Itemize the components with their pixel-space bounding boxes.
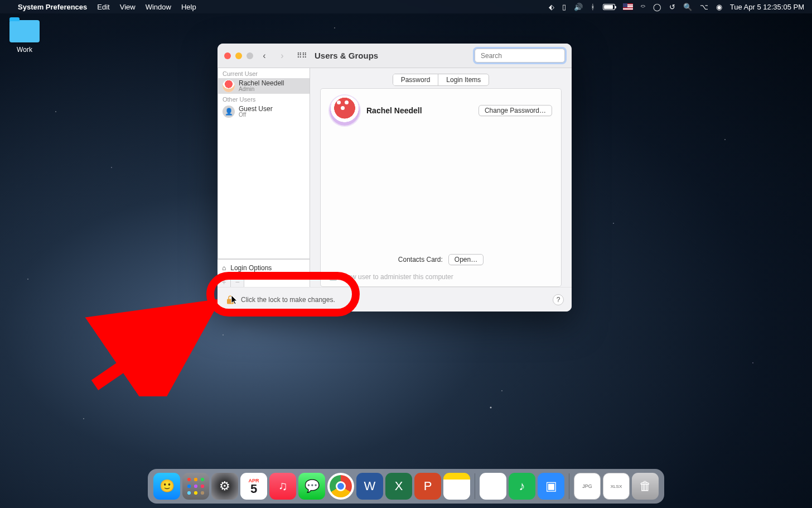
dock-trash[interactable]: 🗑 <box>632 473 659 500</box>
menubar-datetime[interactable]: Tue Apr 5 12:35:05 PM <box>730 3 804 11</box>
user-avatar[interactable] <box>330 95 360 126</box>
menu-edit[interactable]: Edit <box>97 3 109 11</box>
folder-icon <box>9 20 40 42</box>
dock-excel[interactable]: X <box>385 473 412 500</box>
user-icon[interactable]: ◯ <box>653 3 661 11</box>
users-sidebar: Current User Rachel Needell Admin Other … <box>218 68 310 287</box>
other-users-header: Other Users <box>218 94 310 104</box>
window-title: Users & Groups <box>315 51 378 60</box>
control-center-icon[interactable]: ⌥ <box>700 3 708 11</box>
add-user-button: + <box>218 276 231 287</box>
tab-password[interactable]: Password <box>393 74 439 85</box>
current-user-header: Current User <box>218 68 310 78</box>
dock-launchpad[interactable] <box>182 473 209 500</box>
user-role: Admin <box>239 87 284 92</box>
window-titlebar: ‹ › ⠿⠿ Users & Groups <box>218 44 572 68</box>
allow-admin-checkbox <box>330 274 337 281</box>
cal-day: 5 <box>250 483 257 495</box>
guest-user-item[interactable]: 👤 Guest User Off <box>218 104 310 119</box>
minimize-button[interactable] <box>235 52 242 59</box>
input-source-icon[interactable] <box>623 3 633 10</box>
profile-name: Rachel Needell <box>366 106 422 115</box>
menu-view[interactable]: View <box>120 3 136 11</box>
login-options-label: Login Options <box>230 264 272 272</box>
search-field[interactable] <box>475 49 565 63</box>
dock-slack[interactable]: ❉ <box>480 473 506 500</box>
menu-bar: System Preferences Edit View Window Help… <box>0 0 812 13</box>
battery-icon[interactable] <box>603 4 615 10</box>
show-all-button[interactable]: ⠿⠿ <box>297 51 307 60</box>
lock-text: Click the lock to make changes. <box>241 296 335 304</box>
tab-login-items[interactable]: Login Items <box>438 74 489 85</box>
dock: 🙂 ⚙ APR5 ♫ 💬 W X P ❉ ♪ ▣ JPG XLSX 🗑 <box>148 469 664 504</box>
dock-powerpoint[interactable]: P <box>414 473 441 500</box>
allow-admin-label: Allow user to administer this computer <box>340 273 453 281</box>
user-role: Off <box>239 112 273 118</box>
dock-messages[interactable]: 💬 <box>298 473 325 500</box>
bluetooth-icon[interactable]: ᚼ <box>591 3 595 11</box>
dock-word[interactable]: W <box>356 473 383 500</box>
spotlight-icon[interactable]: 🔍 <box>683 3 692 11</box>
change-password-button[interactable]: Change Password… <box>478 105 552 116</box>
main-panel: Password Login Items Rachel Needell Chan… <box>310 68 572 287</box>
svg-line-0 <box>95 313 201 385</box>
home-icon: ⌂ <box>222 264 226 272</box>
annotation-arrow <box>72 296 218 396</box>
avatar-icon <box>223 80 235 92</box>
dock-notes[interactable] <box>443 473 470 500</box>
current-user-item[interactable]: Rachel Needell Admin <box>218 78 310 94</box>
lock-bar: Click the lock to make changes. ? <box>218 287 572 311</box>
menu-window[interactable]: Window <box>146 3 171 11</box>
open-contacts-button[interactable]: Open… <box>448 254 484 265</box>
users-groups-window: ‹ › ⠿⠿ Users & Groups Current User Rache… <box>218 44 572 311</box>
dock-file-jpg[interactable]: JPG <box>574 473 601 500</box>
dock-zoom[interactable]: ▣ <box>538 473 564 500</box>
dock-separator <box>475 473 475 499</box>
folder-label: Work <box>8 46 41 54</box>
zoom-button[interactable] <box>246 52 253 59</box>
dock-separator <box>569 473 569 499</box>
search-input[interactable] <box>481 52 564 60</box>
forward-button: › <box>276 49 289 63</box>
avatar-icon: 👤 <box>223 106 235 118</box>
volume-icon[interactable]: 🔊 <box>574 3 583 11</box>
dock-calendar[interactable]: APR5 <box>240 473 267 500</box>
tab-group: Password Login Items <box>393 74 490 86</box>
desktop-folder-work[interactable]: Work <box>8 20 41 54</box>
back-button[interactable]: ‹ <box>258 49 271 63</box>
help-button[interactable]: ? <box>553 294 564 305</box>
app-menu[interactable]: System Preferences <box>18 3 87 11</box>
dock-finder[interactable]: 🙂 <box>153 473 180 500</box>
close-button[interactable] <box>224 52 231 59</box>
dock-music[interactable]: ♫ <box>269 473 296 500</box>
dock-file-xlsx[interactable]: XLSX <box>603 473 630 500</box>
dock-spotify[interactable]: ♪ <box>509 473 535 500</box>
login-options[interactable]: ⌂ Login Options <box>218 259 310 276</box>
contacts-card-label: Contacts Card: <box>398 256 443 263</box>
dock-system-preferences[interactable]: ⚙ <box>211 473 238 500</box>
wifi-icon[interactable]: ⌔ <box>641 3 645 11</box>
menu-help[interactable]: Help <box>181 3 196 11</box>
dock-chrome[interactable] <box>327 473 354 500</box>
siri-icon[interactable]: ◉ <box>716 3 722 11</box>
lock-icon[interactable] <box>225 295 235 305</box>
card-icon[interactable]: ▯ <box>562 3 566 11</box>
dropbox-icon[interactable]: ⬖ <box>549 3 554 11</box>
remove-user-button: − <box>231 276 244 287</box>
timemachine-icon[interactable]: ↺ <box>669 3 675 11</box>
